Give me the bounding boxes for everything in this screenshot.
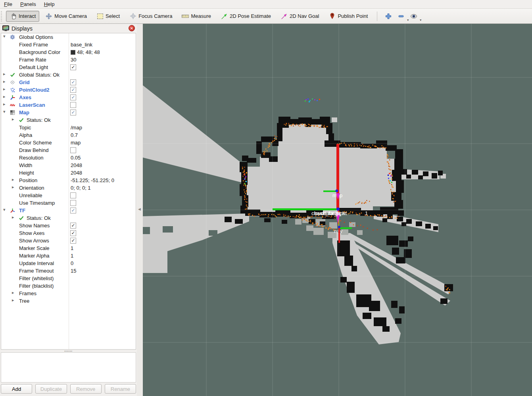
close-icon[interactable]: ✕	[129, 25, 135, 31]
checkbox[interactable]	[70, 147, 76, 153]
display-row-global-status-ok[interactable]: ▸Global Status: Ok	[1, 71, 136, 79]
property-value[interactable]: 30	[71, 57, 76, 63]
display-row-width[interactable]: Width2048	[1, 161, 136, 169]
display-row-axes[interactable]: ▸Axes✓	[1, 94, 136, 101]
menu-panels[interactable]: Panels	[16, 0, 40, 9]
checkbox[interactable]: ✓	[70, 110, 76, 115]
property-value[interactable]: 0; 0; 0; 1	[71, 185, 91, 191]
pose-estimate-tool-button[interactable]: 2D Pose Estimate	[217, 11, 275, 22]
display-row-status-ok[interactable]: ▸Status: Ok	[1, 214, 136, 222]
display-row-height[interactable]: Height2048	[1, 169, 136, 177]
display-row-alpha[interactable]: Alpha0.7	[1, 131, 136, 139]
focus-camera-tool-button[interactable]: Focus Camera	[126, 11, 176, 22]
expand-arrow-icon[interactable]: ▸	[12, 290, 17, 295]
rename-display-button[interactable]: Rename	[105, 384, 136, 394]
display-row-laserscan[interactable]: ▸LaserScan	[1, 101, 136, 109]
collapse-arrow-icon[interactable]: ▾	[3, 109, 8, 114]
display-row-use-timestamp[interactable]: Use Timestamp	[1, 199, 136, 207]
display-row-marker-scale[interactable]: Marker Scale1	[1, 244, 136, 252]
display-row-tree[interactable]: ▸Tree	[1, 297, 136, 305]
display-row-resolution[interactable]: Resolution0.05	[1, 154, 136, 161]
nav-goal-tool-button[interactable]: 2D Nav Goal	[277, 11, 323, 22]
display-row-background-color[interactable]: Background Color48; 48; 48	[1, 48, 136, 56]
expand-arrow-icon[interactable]: ▸	[12, 177, 17, 182]
property-value[interactable]: 0.05	[71, 155, 81, 161]
menu-file[interactable]: File	[0, 0, 16, 9]
checkbox[interactable]: ✓	[70, 208, 76, 213]
property-value[interactable]: -51.225; -51.225; 0	[71, 177, 114, 183]
duplicate-display-button[interactable]: Duplicate	[35, 384, 67, 394]
expand-arrow-icon[interactable]: ▸	[12, 185, 17, 190]
checkbox[interactable]: ✓	[70, 87, 76, 93]
expand-arrow-icon[interactable]: ▸	[12, 117, 17, 122]
checkbox[interactable]: ✓	[70, 223, 76, 229]
checkbox[interactable]: ✓	[70, 238, 76, 244]
property-value[interactable]: 2048	[71, 162, 82, 168]
property-value[interactable]: 1	[71, 245, 73, 251]
display-row-status-ok[interactable]: ▸Status: Ok	[1, 116, 136, 124]
publish-point-tool-button[interactable]: Publish Point	[325, 11, 371, 22]
interact-tool-button[interactable]: Interact	[6, 11, 39, 22]
checkbox[interactable]: ✓	[70, 79, 76, 85]
display-row-draw-behind[interactable]: Draw Behind	[1, 146, 136, 154]
collapse-panel-icon[interactable]: ◀	[138, 207, 141, 211]
remove-tool-button[interactable]: ▾	[396, 12, 406, 21]
display-row-show-axes[interactable]: Show Axes✓	[1, 229, 136, 237]
display-row-pointcloud2[interactable]: ▸PointCloud2✓	[1, 86, 136, 94]
property-value[interactable]: base_link	[71, 42, 92, 48]
expand-arrow-icon[interactable]: ▸	[3, 94, 8, 99]
display-row-orientation[interactable]: ▸Orientation0; 0; 0; 1	[1, 184, 136, 192]
expand-arrow-icon[interactable]: ▸	[3, 87, 8, 92]
remove-display-button[interactable]: Remove	[70, 384, 102, 394]
toolbar-drag-handle[interactable]	[1, 11, 4, 21]
property-value[interactable]: map	[71, 140, 81, 146]
display-row-marker-alpha[interactable]: Marker Alpha1	[1, 252, 136, 260]
expand-arrow-icon[interactable]: ▸	[3, 102, 8, 107]
expand-arrow-icon[interactable]: ▸	[12, 215, 17, 220]
collapse-arrow-icon[interactable]: ▾	[3, 34, 8, 39]
measure-tool-button[interactable]: Measure	[178, 11, 215, 22]
add-display-button[interactable]: Add	[1, 384, 32, 394]
checkbox[interactable]: ✓	[70, 64, 76, 70]
property-value[interactable]: 2048	[71, 170, 82, 176]
display-row-default-light[interactable]: Default Light✓	[1, 63, 136, 71]
display-row-position[interactable]: ▸Position-51.225; -51.225; 0	[1, 177, 136, 184]
display-row-unreliable[interactable]: Unreliable	[1, 192, 136, 199]
expand-arrow-icon[interactable]: ▸	[3, 71, 8, 77]
display-row-show-arrows[interactable]: Show Arrows✓	[1, 237, 136, 244]
display-row-filter-whitelist-[interactable]: Filter (whitelist)	[1, 275, 136, 282]
display-row-color-scheme[interactable]: Color Schememap	[1, 139, 136, 146]
menu-help[interactable]: Help	[40, 0, 59, 9]
expand-arrow-icon[interactable]: ▸	[3, 79, 8, 84]
checkbox[interactable]	[70, 200, 76, 206]
select-tool-button[interactable]: Select	[93, 11, 123, 22]
checkbox[interactable]: ✓	[70, 230, 76, 236]
property-value[interactable]: 48; 48; 48	[71, 49, 100, 55]
checkbox[interactable]: ✓	[70, 94, 76, 100]
property-value[interactable]: /map	[71, 125, 82, 131]
display-row-tf[interactable]: ▾TF✓	[1, 207, 136, 214]
display-row-map[interactable]: ▾Map✓	[1, 109, 136, 116]
add-tool-button[interactable]	[384, 12, 393, 21]
display-row-global-options[interactable]: ▾Global Options	[1, 33, 136, 41]
display-row-frame-timeout[interactable]: Frame Timeout15	[1, 267, 136, 275]
panel-view-splitter[interactable]: ◀	[137, 24, 143, 396]
display-row-fixed-frame[interactable]: Fixed Framebase_link	[1, 41, 136, 48]
checkbox[interactable]	[70, 192, 76, 198]
display-row-grid[interactable]: ▸Grid✓	[1, 79, 136, 86]
display-row-show-names[interactable]: Show Names✓	[1, 222, 136, 229]
collapse-arrow-icon[interactable]: ▾	[3, 207, 8, 212]
displays-panel-header[interactable]: Displays ✕	[0, 24, 137, 33]
property-value[interactable]: 15	[71, 268, 76, 274]
checkbox[interactable]	[70, 102, 76, 108]
display-row-frames[interactable]: ▸Frames	[1, 290, 136, 297]
display-row-update-interval[interactable]: Update Interval0	[1, 260, 136, 267]
property-value[interactable]: 1	[71, 253, 73, 259]
move-camera-tool-button[interactable]: Move Camera	[42, 11, 90, 22]
display-row-filter-blacklist-[interactable]: Filter (blacklist)	[1, 282, 136, 290]
displays-tree[interactable]: ▾Global OptionsFixed Framebase_linkBackg…	[1, 33, 136, 350]
property-value[interactable]: 0	[71, 260, 73, 266]
display-row-topic[interactable]: Topic/map	[1, 124, 136, 131]
property-value[interactable]: 0.7	[71, 132, 78, 138]
render-viewport[interactable]: map nav cloud odom base_footprint base_l…	[143, 24, 532, 396]
